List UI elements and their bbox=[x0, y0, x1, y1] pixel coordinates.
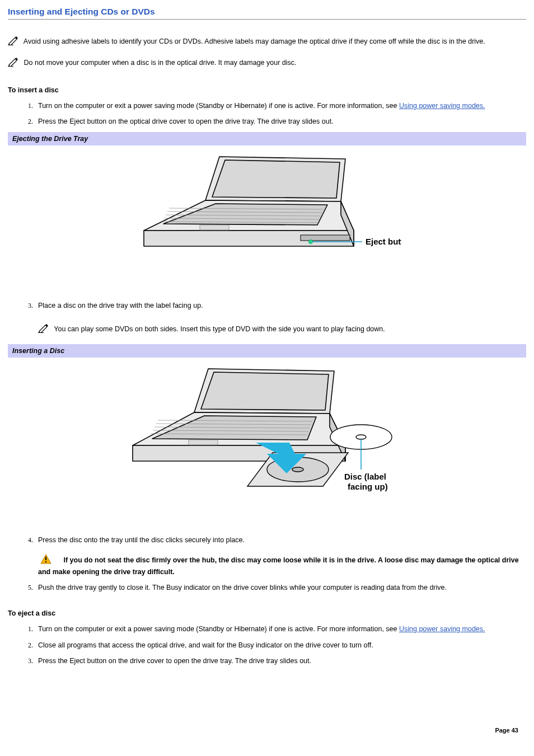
step-text: Place a disc on the drive tray with the … bbox=[38, 300, 526, 311]
step-text: Turn on the computer or exit a power sav… bbox=[38, 625, 399, 633]
svg-rect-29 bbox=[189, 440, 218, 445]
eject-steps-list: Turn on the computer or exit a power sav… bbox=[8, 624, 526, 665]
step-text: Press the disc onto the tray until the d… bbox=[38, 535, 526, 545]
note-text: You can play some DVDs on both sides. In… bbox=[54, 325, 385, 333]
svg-rect-13 bbox=[200, 225, 229, 230]
page-number: Page 43 bbox=[495, 726, 518, 735]
svg-marker-3 bbox=[212, 160, 340, 198]
pencil-note-icon bbox=[38, 323, 50, 336]
svg-point-32 bbox=[292, 467, 303, 472]
heading-eject: To eject a disc bbox=[8, 608, 526, 618]
eject-button-label: Eject button bbox=[366, 237, 401, 246]
link-power-modes[interactable]: Using power saving modes. bbox=[399, 102, 485, 110]
insert-steps-list: Turn on the computer or exit a power sav… bbox=[8, 101, 526, 126]
note-text: Avoid using adhesive labels to identify … bbox=[24, 37, 485, 45]
step-text: Turn on the computer or exit a power sav… bbox=[38, 102, 399, 110]
list-item: Place a disc on the drive tray with the … bbox=[35, 300, 526, 336]
link-power-modes[interactable]: Using power saving modes. bbox=[399, 625, 485, 633]
svg-rect-39 bbox=[45, 561, 46, 562]
svg-point-35 bbox=[356, 435, 366, 439]
panel-ejecting-tray: Ejecting the Drive Tray bbox=[8, 132, 526, 145]
warning-text: If you do not seat the disc firmly over … bbox=[38, 556, 519, 576]
pencil-note-icon bbox=[8, 57, 20, 69]
list-item: Press the Eject button on the optical dr… bbox=[35, 116, 526, 126]
list-item: Turn on the computer or exit a power sav… bbox=[35, 624, 526, 634]
warning-block: If you do not seat the disc firmly over … bbox=[38, 554, 526, 577]
disc-label-line2: facing up) bbox=[348, 482, 388, 491]
list-item: Turn on the computer or exit a power sav… bbox=[35, 101, 526, 111]
list-item: Push the drive tray gently to close it. … bbox=[35, 583, 526, 593]
pencil-note-icon bbox=[8, 35, 20, 48]
heading-insert: To insert a disc bbox=[8, 85, 526, 95]
panel-inserting-disc: Inserting a Disc bbox=[8, 344, 526, 358]
disc-label-line1: Disc (label bbox=[344, 472, 386, 481]
insert-steps-list-cont2: Press the disc onto the tray until the d… bbox=[8, 535, 526, 593]
figure-eject-button: Eject button bbox=[8, 145, 526, 295]
svg-marker-19 bbox=[201, 372, 329, 410]
insert-steps-list-cont: Place a disc on the drive tray with the … bbox=[8, 300, 526, 336]
svg-rect-38 bbox=[45, 557, 46, 560]
list-item: Press the disc onto the tray until the d… bbox=[35, 535, 526, 577]
figure-insert-disc: Disc (label facing up) bbox=[8, 358, 526, 529]
list-item: Press the Eject button on the drive cove… bbox=[35, 656, 526, 666]
svg-point-15 bbox=[309, 240, 313, 244]
list-item: Close all programs that access the optic… bbox=[35, 640, 526, 650]
page-title: Inserting and Ejecting CDs or DVDs bbox=[8, 6, 526, 20]
note-text: Do not move your computer when a disc is… bbox=[24, 58, 296, 66]
note-move: Do not move your computer when a disc is… bbox=[8, 57, 526, 69]
note-adhesive: Avoid using adhesive labels to identify … bbox=[8, 35, 526, 48]
warning-icon bbox=[40, 554, 51, 567]
svg-rect-14 bbox=[301, 235, 350, 241]
